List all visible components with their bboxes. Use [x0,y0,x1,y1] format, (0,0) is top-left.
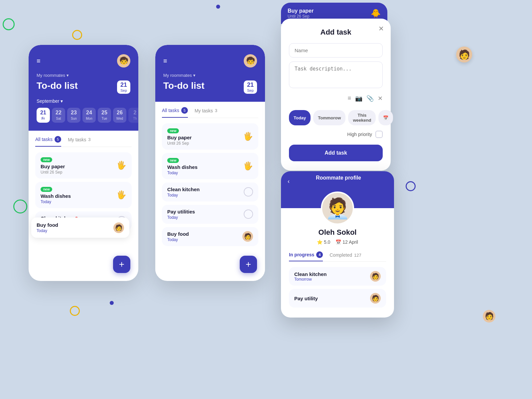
roommate-profile-card: ‹ Roommate profile 🧑‍💼 Oleh Sokol ⭐ 5.0 … [281,171,394,318]
cal-day-26[interactable]: 26Wed [113,108,126,123]
task2-checkbox-clean[interactable] [244,187,253,197]
date-buttons: Today Tommorow This weekend 📅 [289,110,383,125]
weekend-button[interactable]: This weekend [348,110,376,125]
cal-day-27[interactable]: 2Th [128,108,138,123]
group-label: My roommates ▾ [37,73,130,78]
phone1-tabs: All tasks 5 My tasks 3 [35,136,132,147]
profile-tab-completed[interactable]: Completed 127 [330,251,361,261]
phone1-header: ≡ 🧒 My roommates ▾ To-do list 21 Sep Sep… [29,45,138,131]
cal-day-21[interactable]: 21Fr [37,108,50,123]
modal-title: Add task [289,28,383,37]
task-buy-food[interactable]: Buy food Today 🧑 [31,217,129,238]
hand-icon-4: 🖐️ [243,161,253,171]
priority-label: High priority [347,132,372,137]
list-icon[interactable]: ≡ [347,95,351,102]
name-input[interactable] [289,43,383,58]
user-avatar-2[interactable]: 🧒 [244,54,257,67]
fab-add-button-2[interactable]: + [240,256,257,273]
submit-add-task[interactable]: Add task [289,145,383,161]
cal-day-24[interactable]: 24Mon [82,108,96,123]
task2-pay-utilities[interactable]: Pay utilities Today [162,205,258,224]
group-label-2: My roommates ▾ [163,73,257,78]
priority-row: High priority [289,131,383,138]
duck-icon: 🐥 [371,9,381,18]
title-row-2: To-do list 21 Sep [163,80,257,94]
hand-icon-3: 🖐️ [243,132,253,141]
deco-dot-1 [216,5,220,9]
phone2-card: ≡ 🧒 My roommates ▾ To-do list 21 Sep All… [155,45,265,281]
deco-circle-1 [3,18,15,30]
cal-day-25[interactable]: 25Tue [98,108,111,123]
profile-header: ‹ Roommate profile 🧑‍💼 [281,171,394,208]
fab-add-button[interactable]: + [113,256,130,273]
title-row: To-do list 21 Sep [37,80,130,94]
month-row: September ▾ [37,98,130,104]
hand-icon: 🖐️ [116,161,126,170]
cal-day-22[interactable]: 22Sat [52,108,65,123]
task2-buy-paper[interactable]: new Buy paper Until 26 Sep 🖐️ [162,123,258,150]
date-badge: 21 Sep [117,80,130,94]
task2-wash-dishes[interactable]: new Wash dishes Today 🖐️ [162,153,258,179]
clear-icon[interactable]: ✕ [378,95,383,102]
cal-day-23[interactable]: 23Sun [67,108,80,123]
task2-clean-kitchen[interactable]: Clean kitchen Today [162,183,258,201]
deco-circle-4 [406,181,416,191]
camera-icon[interactable]: 📷 [355,95,362,102]
task2-buy-food[interactable]: Buy food Today 🧑 [162,227,258,246]
profile-avatar: 🧑‍💼 [321,192,354,225]
phone2-body: All tasks 5 My tasks 3 new Buy paper Unt… [155,102,265,276]
phone1-card: ≡ 🧒 My roommates ▾ To-do list 21 Sep Sep… [29,45,138,281]
profile-meta: ⭐ 5.0 📅 12 April [289,239,386,245]
profile-tab-inprogress[interactable]: In progress 4 [289,251,323,261]
add-task-modal: ✕ Add task ≡ 📷 📎 ✕ Today Tommorow This w… [281,19,391,171]
profile-tabs: In progress 4 Completed 127 [289,251,386,262]
date-badge-2: 21 Sep [244,80,257,94]
phone2-tabs: All tasks 5 My tasks 3 [162,107,258,118]
calendar-button[interactable]: 📅 [378,110,393,125]
task-buy-paper[interactable]: new Buy paper Until 26 Sep 🖐️ [35,152,132,179]
tab-my-tasks[interactable]: My tasks 3 [68,136,90,147]
task2-avatar: 🧑 [242,231,253,242]
todo-title-2: To-do list [163,80,204,91]
user-avatar[interactable]: 🧒 [117,54,130,67]
menu-icon[interactable]: ≡ [37,57,41,65]
tab2-my-tasks[interactable]: My tasks 3 [195,107,217,118]
profile-name: Oleh Sokol [289,228,386,237]
task2-checkbox-pay[interactable] [244,209,253,219]
hand-icon-2: 🖐️ [116,190,126,200]
close-button[interactable]: ✕ [378,25,384,33]
profile-task-pay-utility[interactable]: Pay utility 🧑 [289,289,386,308]
menu-icon-2[interactable]: ≡ [163,57,168,65]
avatar-top-right: 🧑 [456,47,472,63]
deco-circle-3 [13,200,27,213]
todo-title: To-do list [37,80,78,91]
deco-dot-2 [110,301,114,305]
modal-toolbar: ≡ 📷 📎 ✕ [289,92,383,105]
paperclip-icon[interactable]: 📎 [366,95,374,102]
description-input[interactable] [289,62,383,88]
tab2-all-tasks[interactable]: All tasks 5 [162,107,188,118]
phone1-topbar: ≡ 🧒 [37,54,130,67]
tab-all-tasks[interactable]: All tasks 5 [35,136,61,147]
profile-task-clean-kitchen[interactable]: Clean kitchen Tomorrow 🧑 [289,267,386,286]
priority-checkbox[interactable] [375,131,383,138]
avatar-bottom-right: 🧑 [483,310,495,323]
profile-task-avatar-2: 🧑 [370,293,381,304]
today-button[interactable]: Today [289,110,311,125]
profile-task-avatar: 🧑 [370,271,381,282]
phone2-header: ≡ 🧒 My roommates ▾ To-do list 21 Sep [155,45,265,102]
task-avatar: 🧑 [113,222,124,233]
deco-circle-2 [72,30,82,40]
tomorrow-button[interactable]: Tommorow [313,110,345,125]
phone2-topbar: ≡ 🧒 [163,54,257,67]
deco-circle-5 [70,306,80,316]
task-wash-dishes[interactable]: new Wash dishes Today 🖐️ [35,182,132,208]
calendar-strip: 21Fr 22Sat 23Sun 24Mon 25Tue 26Wed 2Th [37,108,130,123]
profile-title: Roommate profile [290,175,387,181]
